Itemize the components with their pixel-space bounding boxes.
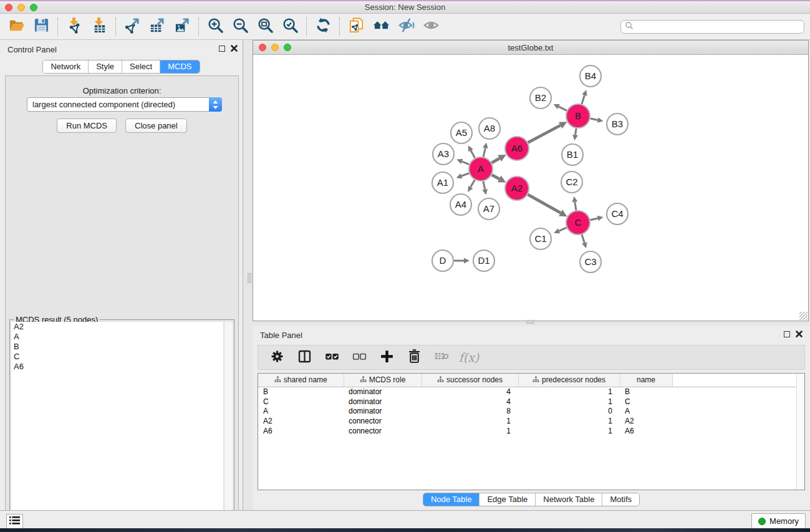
column-header-predecessor-nodes[interactable]: predecessor nodes xyxy=(518,374,620,387)
node-B[interactable]: B xyxy=(566,104,590,128)
tab-mcds[interactable]: MCDS xyxy=(160,60,199,73)
node-D[interactable]: D xyxy=(432,250,453,271)
zoom-out-button[interactable] xyxy=(228,16,253,38)
criterion-dropdown[interactable]: largest connected component (directed) xyxy=(27,97,222,112)
node-B3[interactable]: B3 xyxy=(607,114,628,135)
hide-graphics-button[interactable] xyxy=(393,16,418,38)
run-mcds-button[interactable]: Run MCDS xyxy=(57,118,117,133)
node-A3[interactable]: A3 xyxy=(433,143,454,165)
node-D1[interactable]: D1 xyxy=(473,250,494,271)
cell-shared-name[interactable]: C xyxy=(258,397,344,407)
column-header-mcds-role[interactable]: MCDS role xyxy=(344,374,422,387)
resize-grip-icon[interactable] xyxy=(799,312,808,320)
float-panel-icon[interactable] xyxy=(219,46,225,52)
edge-A-A8[interactable] xyxy=(483,148,485,157)
memory-button[interactable]: Memory xyxy=(751,513,806,529)
cell-name[interactable]: A2 xyxy=(620,416,672,426)
tab-motifs[interactable]: Motifs xyxy=(602,493,639,506)
edge-C-C4[interactable] xyxy=(591,218,598,220)
cell-successor-nodes[interactable]: 1 xyxy=(422,416,518,426)
node-A[interactable]: A xyxy=(469,157,493,181)
delete-row-button[interactable] xyxy=(400,346,428,369)
cell-shared-name[interactable]: A xyxy=(258,406,344,416)
close-network-window-button[interactable] xyxy=(259,44,266,51)
cell-predecessor-nodes[interactable]: 1 xyxy=(518,426,620,436)
save-session-button[interactable] xyxy=(29,16,54,38)
edge-C-C3[interactable] xyxy=(582,235,584,243)
node-A1[interactable]: A1 xyxy=(432,172,453,193)
function-builder-button[interactable]: f(x) xyxy=(455,346,483,369)
minimize-window-button[interactable] xyxy=(17,4,25,11)
edge-A6-B[interactable] xyxy=(528,125,561,143)
cell-name[interactable]: A6 xyxy=(620,426,672,436)
edge-B-B3[interactable] xyxy=(591,118,598,120)
zoom-window-button[interactable] xyxy=(30,4,37,11)
edge-A-A1[interactable] xyxy=(461,173,469,176)
node-B2[interactable]: B2 xyxy=(530,87,551,109)
node-A2[interactable]: A2 xyxy=(505,177,529,200)
table-row[interactable]: A2connector11A2 xyxy=(258,416,797,426)
cell-name[interactable]: B xyxy=(620,387,672,397)
cell-name[interactable]: C xyxy=(620,397,672,407)
add-row-button[interactable] xyxy=(373,346,400,369)
export-image-button[interactable] xyxy=(170,16,195,38)
cell-mcds-role[interactable]: dominator xyxy=(344,406,422,416)
column-header-name[interactable]: name xyxy=(620,374,672,387)
result-scrollbar[interactable] xyxy=(224,322,233,532)
table-row[interactable]: Bdominator41B xyxy=(258,387,797,397)
table-row[interactable]: A6connector11A6 xyxy=(258,426,797,436)
column-visibility-button[interactable] xyxy=(291,346,318,369)
node-C1[interactable]: C1 xyxy=(530,228,551,249)
node-B4[interactable]: B4 xyxy=(580,65,601,87)
cell-successor-nodes[interactable]: 1 xyxy=(422,426,518,436)
cell-predecessor-nodes[interactable]: 1 xyxy=(518,387,620,397)
column-header-successor-nodes[interactable]: successor nodes xyxy=(422,374,518,387)
cell-successor-nodes[interactable]: 4 xyxy=(422,397,518,407)
export-table-button[interactable] xyxy=(145,16,170,38)
horizontal-scroll-thumb[interactable] xyxy=(526,320,534,324)
edge-B-B2[interactable] xyxy=(559,107,567,110)
edge-C-C2[interactable] xyxy=(575,202,576,211)
node-C4[interactable]: C4 xyxy=(607,203,628,225)
node-A5[interactable]: A5 xyxy=(451,122,472,143)
search-input[interactable] xyxy=(620,20,804,34)
table-scrollbar[interactable] xyxy=(796,374,804,490)
float-table-panel-icon[interactable] xyxy=(784,331,790,337)
edge-C-C1[interactable] xyxy=(559,228,566,231)
mcds-result-list[interactable]: A2ABCA6 xyxy=(11,322,223,532)
refresh-layout-button[interactable] xyxy=(311,16,335,38)
network-window-titlebar[interactable]: testGlobe.txt xyxy=(253,41,808,55)
edge-A-A7[interactable] xyxy=(483,181,485,190)
cell-shared-name[interactable]: A6 xyxy=(258,426,344,436)
minimize-network-window-button[interactable] xyxy=(271,44,279,51)
zoom-fit-button[interactable] xyxy=(253,16,277,38)
unselect-all-button[interactable] xyxy=(345,346,373,369)
delete-table-button[interactable] xyxy=(428,346,455,369)
settings-gear-button[interactable] xyxy=(263,346,291,369)
import-network-button[interactable] xyxy=(62,16,87,38)
open-file-button[interactable] xyxy=(4,16,29,38)
edge-B-B4[interactable] xyxy=(582,95,584,104)
cell-name[interactable]: A xyxy=(620,406,672,416)
cell-mcds-role[interactable]: dominator xyxy=(344,397,422,407)
cell-successor-nodes[interactable]: 4 xyxy=(422,387,518,397)
cell-mcds-role[interactable]: connector xyxy=(344,426,422,436)
zoom-network-window-button[interactable] xyxy=(284,44,291,51)
column-header-shared-name[interactable]: shared name xyxy=(258,374,344,387)
tab-network[interactable]: Network xyxy=(43,60,88,73)
cell-mcds-role[interactable]: connector xyxy=(344,416,422,426)
import-table-button[interactable] xyxy=(87,16,112,38)
vertical-scroll-thumb[interactable] xyxy=(248,273,251,283)
node-A7[interactable]: A7 xyxy=(478,198,499,220)
tab-select[interactable]: Select xyxy=(122,60,160,73)
node-A8[interactable]: A8 xyxy=(479,118,500,139)
edge-A2-C[interactable] xyxy=(528,195,561,213)
tab-network-table[interactable]: Network Table xyxy=(535,493,602,506)
table-row[interactable]: Cdominator41C xyxy=(258,397,797,407)
edge-B-B1[interactable] xyxy=(576,128,577,135)
node-C3[interactable]: C3 xyxy=(580,251,601,273)
show-graphics-button[interactable] xyxy=(418,16,443,38)
cell-predecessor-nodes[interactable]: 0 xyxy=(518,406,620,416)
cell-predecessor-nodes[interactable]: 1 xyxy=(518,397,620,407)
edge-A-A2[interactable] xyxy=(492,175,499,178)
